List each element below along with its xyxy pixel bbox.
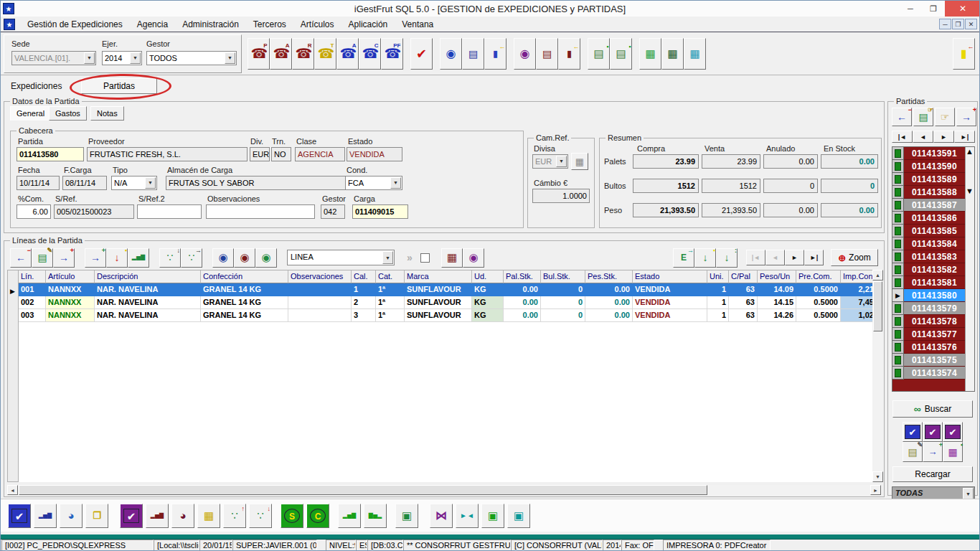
partida-list-item[interactable]: 011413590 <box>892 160 965 173</box>
scroll-up-icon[interactable]: ▲ <box>872 270 883 281</box>
divisa-calc-button[interactable]: ▦ <box>571 153 588 170</box>
cell[interactable]: 2,219 <box>841 283 872 296</box>
tree-move-button[interactable]: ∵→ <box>181 248 202 268</box>
recargar-button[interactable]: Recargar <box>892 466 973 482</box>
column-header-16[interactable]: Pre.Com. <box>796 270 841 283</box>
doc-edit-button[interactable]: ▤✎ <box>903 442 923 462</box>
column-header-11[interactable]: Pes.Stk. <box>585 270 633 283</box>
column-header-17[interactable]: Imp.Con <box>841 270 872 283</box>
cell[interactable]: 003 <box>19 309 46 322</box>
almacen-field[interactable]: FRUTAS SOL Y SABOR <box>166 176 355 190</box>
column-header-12[interactable]: Estado <box>633 270 707 283</box>
hand-point-button[interactable]: ☞ <box>935 108 955 126</box>
chevron-down-icon[interactable]: ▼ <box>130 52 141 64</box>
chevron-down-icon[interactable]: ▼ <box>556 156 567 167</box>
menu-gestion-expediciones[interactable]: Gestión de Expediciones <box>21 17 129 32</box>
sede-combo[interactable]: VALENCIA.[01].▼ <box>11 51 96 65</box>
chevron-down-icon[interactable]: ▼ <box>84 52 95 64</box>
squares-grid-button[interactable]: ▦▪ <box>943 442 963 462</box>
line-chart-button[interactable]: ▂▅▇ <box>128 248 149 268</box>
phone-a-1-button[interactable]: ☎A <box>270 38 292 70</box>
partida-list-item[interactable]: 011413583 <box>892 250 965 263</box>
fecha-field[interactable]: 10/11/14 <box>17 176 60 190</box>
scroll-up-icon[interactable]: ▲ <box>966 147 974 156</box>
arrow-add-button[interactable]: →+ <box>923 442 943 462</box>
menu-administracion[interactable]: Administración <box>176 17 245 32</box>
cell[interactable]: 0.00 <box>504 309 541 322</box>
tab-gastos[interactable]: Gastos <box>49 106 87 121</box>
globe-purple-button[interactable]: ◉ <box>514 38 536 70</box>
org-green-1-button[interactable]: ∵↑ <box>223 504 246 528</box>
doc-green-2-button[interactable]: ▤▪ <box>610 38 632 70</box>
cell[interactable] <box>288 283 352 296</box>
bars-green-2-button[interactable]: ▇▅▂ <box>364 504 387 528</box>
chevron-down-icon[interactable]: ▼ <box>225 52 235 64</box>
divisa-combo[interactable]: EUR▼ <box>532 154 568 169</box>
menu-articulos[interactable]: Artículos <box>294 17 341 32</box>
square-green-2-button[interactable]: ▣ <box>507 504 530 528</box>
partidas-next-button[interactable]: ► <box>933 131 954 143</box>
cell[interactable]: VENDIDA <box>633 309 707 322</box>
cell[interactable]: 0 <box>541 296 585 309</box>
copy-down-1-button[interactable]: ↓▪ <box>694 248 716 268</box>
printer-blue-button[interactable]: ▤ <box>462 38 484 70</box>
table-row[interactable]: 002NANNXXNAR. NAVELINAGRANEL 14 KG21ªSUN… <box>19 296 872 309</box>
cell[interactable]: 14.09 <box>758 283 796 296</box>
ball-blue-button[interactable]: ◉ <box>212 248 234 268</box>
bar-chart-blue-button[interactable]: ▂▅▇ <box>34 504 57 528</box>
cell[interactable]: NAR. NAVELINA <box>95 283 201 296</box>
cell[interactable]: 14.15 <box>758 296 796 309</box>
tab-general[interactable]: General <box>10 106 51 121</box>
chevron-down-icon[interactable]: ▼ <box>382 251 393 264</box>
doc-hand-button[interactable]: ▤☞ <box>913 108 933 126</box>
cell[interactable]: SUNFLAVOUR <box>405 309 472 322</box>
pie-blue-button[interactable]: ◕ <box>60 504 83 528</box>
buscar-button[interactable]: ∞Buscar <box>892 400 973 418</box>
exit-button[interactable]: ▮← <box>953 38 975 70</box>
org-green-2-button[interactable]: ∵↓ <box>249 504 272 528</box>
line-remove-button[interactable]: ←− <box>892 108 912 126</box>
doc-green-1-button[interactable]: ▤▪ <box>588 38 610 70</box>
partida-list-item[interactable]: 011413587 <box>892 199 965 212</box>
partidas-prev-button[interactable]: ◄ <box>913 131 933 143</box>
cell[interactable]: 0.5000 <box>796 283 841 296</box>
tab-expediciones[interactable]: Expediciones <box>11 81 62 91</box>
phone-r-2-button[interactable]: ☎R <box>292 38 314 70</box>
mdi-close-button[interactable]: ✕ <box>965 19 977 29</box>
column-header-14[interactable]: C/Pal <box>729 270 758 283</box>
minimize-button[interactable]: ─ <box>900 1 920 17</box>
copy-down-2-button[interactable]: ↓: <box>716 248 738 268</box>
partida-list-item[interactable]: 011413575 <box>892 354 965 367</box>
calc-cyan-button[interactable]: ▦ <box>684 38 706 70</box>
phone-t-3-button[interactable]: ☎T <box>314 38 336 70</box>
calc-darkgreen-button[interactable]: ▦ <box>661 38 684 70</box>
clase-field[interactable]: AGENCIA <box>295 147 345 161</box>
estado-field[interactable]: VENDIDA <box>347 147 402 161</box>
bowtie-purple-button[interactable]: ⋈ <box>430 504 453 528</box>
calc-maroon-button[interactable]: ▦ <box>441 248 463 268</box>
globe-purple-2-button[interactable]: ◉ <box>463 248 484 268</box>
ball-green-button[interactable]: ◉ <box>255 248 277 268</box>
grid-vertical-scrollbar[interactable]: ▲ ▼ <box>872 270 884 482</box>
carga-field[interactable]: 011409015 <box>352 204 408 219</box>
mdi-minimize-button[interactable]: ─ <box>939 19 951 29</box>
cell[interactable]: NANNXX <box>46 283 95 296</box>
square-green-1-button[interactable]: ▣ <box>481 504 504 528</box>
cell[interactable] <box>288 309 352 322</box>
cell[interactable]: KG <box>472 283 504 296</box>
observaciones-field[interactable] <box>206 204 315 219</box>
column-header-9[interactable]: Pal.Stk. <box>504 270 541 283</box>
cell[interactable]: NAR. NAVELINA <box>95 309 201 322</box>
cell[interactable]: GRANEL 14 KG <box>201 296 288 309</box>
linea-combo[interactable]: LINEA▼ <box>287 250 395 265</box>
cell[interactable]: 14.26 <box>758 309 796 322</box>
grid-horizontal-scrollbar[interactable]: ◄ ► <box>7 485 881 496</box>
line-move-button[interactable]: ↓▪ <box>106 248 128 268</box>
column-header-6[interactable]: Cat. <box>376 270 405 283</box>
ejercicio-combo[interactable]: 2014▼ <box>102 51 142 65</box>
column-header-8[interactable]: Ud. <box>472 270 504 283</box>
partida-field[interactable]: 011413580 <box>17 147 84 161</box>
partida-list-item[interactable]: 011413576 <box>892 341 965 354</box>
scroll-right-icon[interactable]: ► <box>870 485 881 495</box>
cell[interactable]: 2 <box>352 296 376 309</box>
